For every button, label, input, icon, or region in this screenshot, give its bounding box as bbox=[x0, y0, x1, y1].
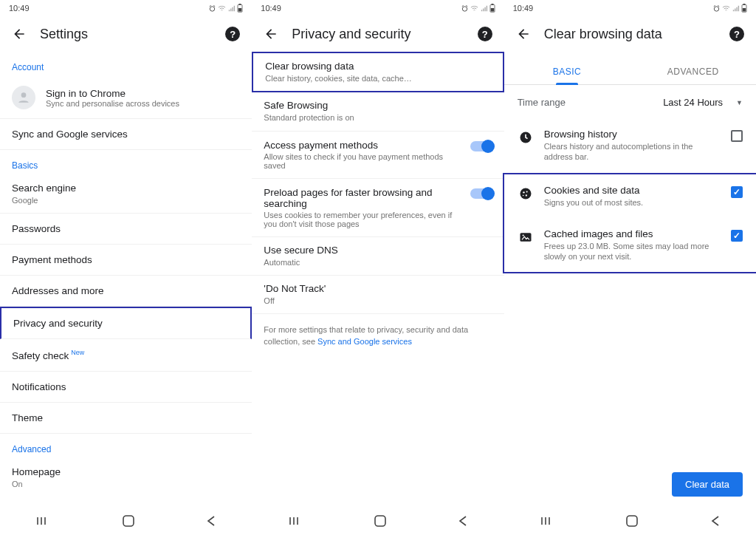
cache-option[interactable]: Cached images and files Frees up 23.0 MB… bbox=[504, 218, 756, 273]
section-account: Account bbox=[0, 52, 252, 77]
back-arrow-icon bbox=[264, 27, 278, 41]
svg-point-18 bbox=[526, 191, 527, 192]
safe-secondary: Standard protection is on bbox=[264, 112, 492, 123]
signin-primary: Sign in to Chrome bbox=[46, 88, 179, 99]
home-icon[interactable] bbox=[123, 515, 134, 527]
back-button[interactable] bbox=[262, 25, 280, 43]
cache-checkbox[interactable] bbox=[731, 230, 743, 242]
safe-primary: Safe Browsing bbox=[264, 100, 492, 111]
help-button[interactable]: ? bbox=[728, 25, 746, 43]
payment-methods-row[interactable]: Payment methods bbox=[0, 245, 252, 276]
signal-icon bbox=[227, 4, 236, 13]
alarm-icon bbox=[712, 4, 721, 13]
preload-row[interactable]: Preload pages for faster browsing and se… bbox=[252, 179, 504, 237]
back-icon[interactable] bbox=[458, 516, 467, 526]
signin-row[interactable]: Sign in to Chrome Sync and personalise a… bbox=[0, 77, 252, 119]
help-icon: ? bbox=[225, 27, 240, 41]
home-icon[interactable] bbox=[626, 515, 638, 527]
time-range-row[interactable]: Time range Last 24 Hours ▼ bbox=[504, 85, 756, 118]
privacy-security-row[interactable]: Privacy and security bbox=[0, 307, 252, 339]
cookies-secondary: Signs you out of most sites. bbox=[544, 197, 721, 208]
help-button[interactable]: ? bbox=[476, 25, 494, 43]
tab-basic[interactable]: BASIC bbox=[504, 58, 630, 84]
avatar bbox=[12, 86, 35, 109]
battery-icon bbox=[489, 4, 495, 13]
passwords-label: Passwords bbox=[12, 223, 240, 234]
svg-rect-13 bbox=[743, 4, 745, 5]
new-badge: New bbox=[71, 349, 84, 356]
clear-data-button[interactable]: Clear data bbox=[672, 472, 743, 497]
navbar bbox=[504, 507, 756, 535]
search-secondary: Google bbox=[12, 195, 240, 205]
addresses-label: Addresses and more bbox=[12, 285, 240, 296]
do-not-track-row[interactable]: 'Do Not Track' Off bbox=[252, 276, 504, 314]
privacy-footnote: For more settings that relate to privacy… bbox=[252, 314, 504, 358]
clear-browsing-data-row[interactable]: Clear browsing data Clear history, cooki… bbox=[252, 52, 504, 92]
history-primary: Browsing history bbox=[544, 129, 721, 140]
homepage-row[interactable]: Homepage On bbox=[0, 459, 252, 497]
preload-primary: Preload pages for faster browsing and se… bbox=[264, 187, 464, 209]
back-icon[interactable] bbox=[711, 516, 720, 526]
back-button[interactable] bbox=[515, 25, 532, 43]
settings-panel: 10:49 Settings ? Account Sign in to Chro… bbox=[0, 0, 252, 535]
sync-row[interactable]: Sync and Google services bbox=[0, 119, 252, 150]
recents-icon[interactable] bbox=[540, 516, 554, 526]
home-icon[interactable] bbox=[374, 515, 386, 527]
status-icons bbox=[712, 4, 747, 13]
back-icon[interactable] bbox=[207, 516, 216, 526]
status-bar: 10:49 bbox=[0, 0, 252, 16]
recents-icon[interactable] bbox=[36, 516, 49, 526]
tab-advanced[interactable]: ADVANCED bbox=[630, 58, 756, 84]
signal-icon bbox=[732, 4, 740, 13]
payment-label: Payment methods bbox=[12, 254, 240, 265]
access-payment-toggle[interactable] bbox=[470, 141, 492, 151]
help-button[interactable]: ? bbox=[224, 25, 241, 43]
preload-toggle[interactable] bbox=[470, 188, 492, 199]
svg-point-16 bbox=[520, 188, 531, 199]
browsing-history-option[interactable]: Browsing history Clears history and auto… bbox=[504, 118, 756, 173]
page-title: Settings bbox=[40, 27, 212, 42]
clear-data-panel: 10:49 Clear browsing data ? BASIC ADVANC… bbox=[504, 0, 756, 535]
safety-check-row[interactable]: Safety checkNew bbox=[0, 339, 252, 372]
safe-browsing-row[interactable]: Safe Browsing Standard protection is on bbox=[252, 92, 504, 131]
app-bar: Privacy and security ? bbox=[252, 16, 504, 52]
page-title: Clear browsing data bbox=[544, 27, 716, 42]
cookies-checkbox[interactable] bbox=[731, 186, 743, 198]
addresses-row[interactable]: Addresses and more bbox=[0, 276, 252, 307]
history-checkbox[interactable] bbox=[731, 130, 743, 142]
footnote-link[interactable]: Sync and Google services bbox=[317, 337, 412, 346]
recents-icon[interactable] bbox=[289, 516, 302, 526]
status-bar: 10:49 bbox=[504, 0, 756, 16]
app-bar: Clear browsing data ? bbox=[504, 16, 756, 52]
back-arrow-icon bbox=[12, 27, 27, 41]
theme-label: Theme bbox=[12, 412, 240, 423]
passwords-row[interactable]: Passwords bbox=[0, 214, 252, 245]
homepage-secondary: On bbox=[12, 479, 240, 489]
search-engine-row[interactable]: Search engine Google bbox=[0, 175, 252, 214]
help-icon: ? bbox=[478, 27, 492, 41]
svg-rect-5 bbox=[123, 516, 134, 526]
privacy-list[interactable]: Clear browsing data Clear history, cooki… bbox=[252, 52, 504, 507]
back-button[interactable] bbox=[10, 25, 28, 43]
svg-rect-3 bbox=[238, 8, 242, 12]
settings-list[interactable]: Account Sign in to Chrome Sync and perso… bbox=[0, 52, 252, 507]
svg-rect-2 bbox=[239, 4, 241, 5]
payments-secondary: Allow sites to check if you have payment… bbox=[264, 152, 464, 170]
clock: 10:49 bbox=[9, 4, 30, 13]
svg-rect-14 bbox=[743, 8, 746, 12]
chevron-down-icon: ▼ bbox=[736, 99, 743, 106]
section-basics: Basics bbox=[0, 150, 252, 175]
secure-dns-row[interactable]: Use secure DNS Automatic bbox=[252, 237, 504, 276]
notifications-row[interactable]: Notifications bbox=[0, 372, 252, 403]
history-secondary: Clears history and autocompletions in th… bbox=[544, 141, 721, 163]
clock: 10:49 bbox=[261, 4, 281, 13]
safety-label: Safety checkNew bbox=[12, 349, 240, 361]
access-payment-row[interactable]: Access payment methods Allow sites to ch… bbox=[252, 132, 504, 179]
navbar bbox=[252, 507, 504, 535]
homepage-primary: Homepage bbox=[12, 466, 240, 477]
battery-icon bbox=[741, 4, 747, 13]
svg-rect-9 bbox=[490, 8, 494, 12]
theme-row[interactable]: Theme bbox=[0, 403, 252, 434]
dnt-primary: 'Do Not Track' bbox=[264, 283, 492, 294]
cookies-option[interactable]: Cookies and site data Signs you out of m… bbox=[504, 174, 756, 218]
